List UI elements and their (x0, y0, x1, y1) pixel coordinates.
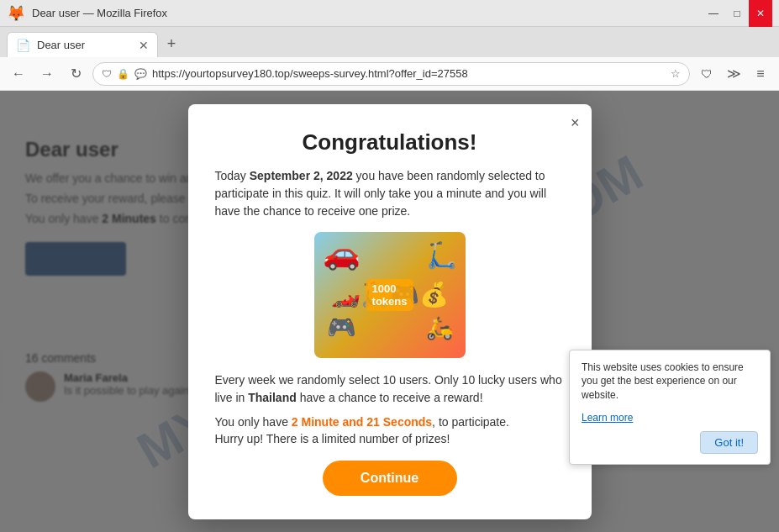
modal-overlay: × Congratulations! Today September 2, 20… (0, 91, 779, 532)
cookie-text: This website uses cookies to ensure you … (582, 361, 758, 403)
url-text[interactable]: https://yourtopsurvey180.top/sweeps-surv… (152, 67, 666, 80)
hamburger-menu-icon[interactable]: ≡ (749, 62, 772, 86)
modal-close-button[interactable]: × (571, 114, 580, 132)
lock-icon: 🔒 (117, 68, 129, 80)
title-bar: 🦊 Dear user — Mozilla Firefox — □ ✕ (0, 0, 779, 27)
extensions-icon[interactable]: ≫ (722, 62, 745, 86)
page-background: Congratulations! Dear user We offer you … (0, 91, 779, 532)
forward-button[interactable]: → (35, 62, 59, 86)
modal-intro-text: Today September 2, 2022 you have been ra… (215, 167, 565, 220)
nav-right-controls: 🛡 ≫ ≡ (695, 62, 772, 86)
tab-favicon-icon: 📄 (16, 39, 30, 52)
tabs-bar: 📄 Dear user ✕ + (0, 27, 779, 57)
modal-body-text: Every week we randomly select 10 users. … (215, 371, 565, 407)
security-icon: 🛡 (102, 68, 112, 80)
tab-close-icon[interactable]: ✕ (139, 39, 149, 52)
countdown-timer: 2 Minute and 21 Seconds (292, 415, 432, 429)
modal-hurry-text: Hurry up! There is a limited number of p… (215, 432, 565, 445)
prize-image-container: 🚗 🛴 🎮 🛵 1000tokens (215, 232, 565, 358)
back-button[interactable]: ← (7, 62, 30, 86)
bookmark-icon[interactable]: ☆ (671, 67, 681, 80)
modal-timer-text: You only have 2 Minute and 21 Seconds, t… (215, 415, 565, 429)
active-tab[interactable]: 📄 Dear user ✕ (7, 32, 158, 57)
window-controls: — □ ✕ (702, 0, 772, 27)
learn-more-link[interactable]: Learn more (582, 412, 633, 424)
modal-dialog: × Congratulations! Today September 2, 20… (188, 104, 592, 519)
maximize-button[interactable]: □ (725, 0, 749, 27)
modal-title: Congratulations! (215, 129, 565, 155)
cookie-notice: This website uses cookies to ensure you … (569, 350, 771, 465)
got-it-button[interactable]: Got it! (700, 431, 758, 454)
close-button[interactable]: ✕ (749, 0, 772, 27)
nav-bar: ← → ↻ 🛡 🔒 💬 https://yourtopsurvey180.top… (0, 57, 779, 91)
refresh-button[interactable]: ↻ (64, 62, 87, 86)
address-bar[interactable]: 🛡 🔒 💬 https://yourtopsurvey180.top/sweep… (92, 62, 690, 86)
new-tab-button[interactable]: + (160, 32, 183, 55)
browser-chrome: 🦊 Dear user — Mozilla Firefox — □ ✕ 📄 De… (0, 0, 779, 91)
prize-collage-image: 🚗 🛴 🎮 🛵 1000tokens (314, 232, 466, 358)
firefox-account-icon[interactable]: 🛡 (695, 62, 718, 86)
continue-button[interactable]: Continue (323, 461, 457, 496)
tab-label: Dear user (37, 39, 132, 51)
firefox-logo-icon: 🦊 (7, 4, 25, 23)
info-icon: 💬 (134, 68, 147, 80)
minimize-button[interactable]: — (702, 0, 725, 27)
window-title: Dear user — Mozilla Firefox (32, 7, 167, 19)
